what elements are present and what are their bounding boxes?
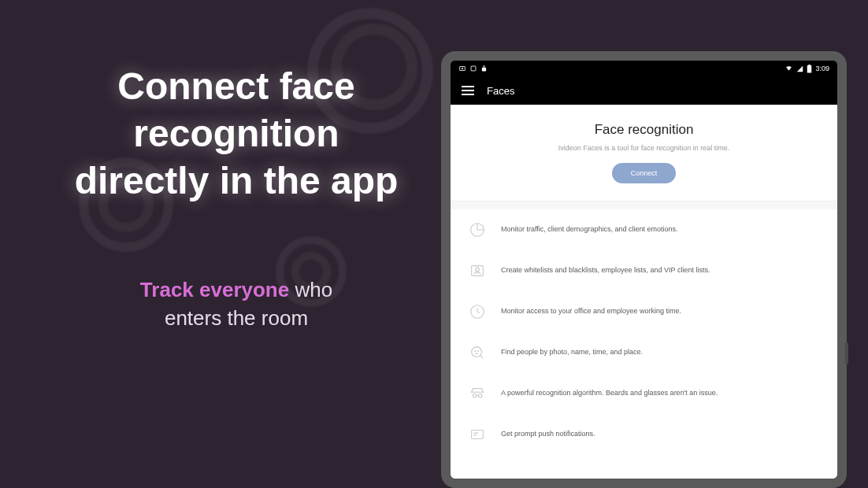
hero-section: Face recognition Ivideon Faces is a tool… — [451, 105, 837, 201]
tablet-screen: 3:09 Faces Face recognition Ivideon Face… — [451, 61, 837, 479]
svg-point-7 — [476, 268, 480, 272]
notification-icon — [468, 425, 487, 444]
features-list: Monitor traffic, client demographics, an… — [451, 209, 837, 479]
app-content: Face recognition Ivideon Faces is a tool… — [451, 105, 837, 479]
headline-line: recognition — [32, 110, 441, 157]
id-card-icon — [468, 261, 487, 280]
tablet-power-button — [845, 342, 848, 364]
signal-icon — [796, 65, 803, 72]
incognito-icon — [468, 384, 487, 403]
svg-point-1 — [462, 68, 463, 69]
pie-chart-icon — [468, 220, 487, 239]
screenshot-icon — [458, 65, 466, 72]
svg-rect-3 — [807, 65, 812, 72]
connect-button[interactable]: Connect — [612, 163, 677, 183]
svg-rect-14 — [472, 431, 484, 439]
lock-icon — [480, 65, 488, 72]
feature-text: Find people by photo, name, time, and pl… — [501, 348, 643, 357]
app-bar: Faces — [451, 76, 837, 105]
status-right: 3:09 — [785, 65, 829, 73]
subline-highlight: Track everyone — [140, 278, 289, 301]
svg-point-9 — [472, 347, 482, 357]
feature-item: Monitor traffic, client demographics, an… — [451, 209, 837, 250]
tablet-frame: 3:09 Faces Face recognition Ivideon Face… — [441, 51, 847, 488]
svg-point-13 — [478, 394, 482, 397]
svg-rect-2 — [471, 66, 476, 71]
feature-text: Get prompt push notifications. — [501, 430, 595, 439]
feature-item: Find people by photo, name, time, and pl… — [451, 332, 837, 373]
app-bar-title: Faces — [487, 85, 514, 97]
headline-line: directly in the app — [32, 157, 441, 205]
subline-text: enters the room — [165, 306, 308, 330]
subline-text: who — [289, 278, 332, 301]
status-left — [458, 65, 488, 72]
feature-text: Monitor traffic, client demographics, an… — [501, 225, 677, 235]
battery-icon — [807, 65, 812, 73]
feature-item: Monitor access to your office and employ… — [451, 291, 837, 332]
screenshot-icon — [469, 65, 477, 72]
feature-item: Get prompt push notifications. — [451, 414, 837, 455]
status-bar: 3:09 — [451, 61, 837, 76]
menu-icon[interactable] — [462, 86, 474, 95]
promo-subline: Track everyone who enters the room — [32, 275, 441, 333]
headline-line: Connect face — [32, 63, 441, 110]
promo-headline: Connect face recognition directly in the… — [32, 63, 441, 205]
svg-rect-0 — [460, 67, 466, 71]
feature-item: A powerful recognition algorithm. Beards… — [451, 373, 837, 414]
svg-rect-4 — [809, 65, 811, 65]
hero-title: Face recognition — [482, 122, 806, 138]
svg-point-10 — [475, 351, 476, 352]
search-face-icon — [468, 343, 487, 362]
feature-item: Create whitelists and blacklists, employ… — [451, 250, 837, 291]
feature-text: Create whitelists and blacklists, employ… — [501, 266, 710, 275]
wifi-icon — [785, 65, 793, 72]
svg-point-11 — [477, 351, 478, 352]
status-time: 3:09 — [815, 65, 829, 72]
feature-text: A powerful recognition algorithm. Beards… — [501, 389, 718, 398]
feature-text: Monitor access to your office and employ… — [501, 307, 681, 316]
promo-copy: Connect face recognition directly in the… — [32, 63, 441, 333]
clock-icon — [468, 302, 487, 321]
hero-subtitle: Ivideon Faces is a tool for face recogni… — [482, 144, 806, 152]
svg-point-12 — [473, 394, 477, 397]
